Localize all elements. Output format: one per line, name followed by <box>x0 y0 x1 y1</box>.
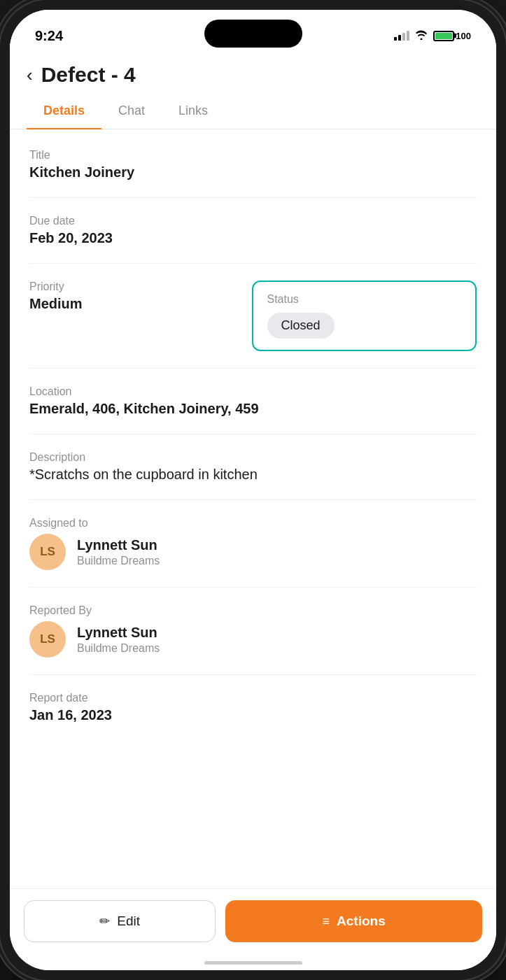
edit-label: Edit <box>117 914 140 929</box>
actions-icon: ≡ <box>323 914 330 929</box>
due-date-label: Due date <box>29 215 477 227</box>
title-label: Title <box>29 149 477 162</box>
description-value: *Scratchs on the cupboard in kitchen <box>29 467 477 483</box>
assigned-person-info: Lynnett Sun Buildme Dreams <box>77 537 160 567</box>
divider-4 <box>29 434 477 434</box>
priority-status-row: Priority Medium Status Closed <box>29 280 477 351</box>
reported-by-label: Reported By <box>29 604 477 617</box>
assigned-avatar: LS <box>29 534 66 570</box>
details-panel: Title Kitchen Joinery Due date Feb 20, 2… <box>10 129 496 760</box>
screen: 9:24 100 ‹ De <box>10 10 496 970</box>
title-field: Title Kitchen Joinery <box>29 149 477 180</box>
tab-links[interactable]: Links <box>162 94 225 129</box>
location-label: Location <box>29 385 477 398</box>
status-badge: Closed <box>267 313 335 339</box>
due-date-value: Feb 20, 2023 <box>29 230 477 246</box>
divider-3 <box>29 368 477 369</box>
reported-person-row: LS Lynnett Sun Buildme Dreams <box>29 621 477 658</box>
due-date-field: Due date Feb 20, 2023 <box>29 215 477 246</box>
tab-details[interactable]: Details <box>27 94 101 129</box>
divider-7 <box>29 674 477 675</box>
reported-by-field: Reported By LS Lynnett Sun Buildme Dream… <box>29 604 477 658</box>
priority-value: Medium <box>29 296 224 312</box>
signal-icon <box>394 31 409 41</box>
header: ‹ Defect - 4 <box>10 49 496 94</box>
location-field: Location Emerald, 406, Kitchen Joinery, … <box>29 385 477 417</box>
home-indicator <box>204 961 302 965</box>
reported-person-company: Buildme Dreams <box>77 642 160 655</box>
assigned-person-row: LS Lynnett Sun Buildme Dreams <box>29 534 477 570</box>
status-label: Status <box>267 293 462 306</box>
back-button[interactable]: ‹ <box>27 64 33 86</box>
bottom-bar: ✏ Edit ≡ Actions <box>10 888 496 970</box>
actions-label: Actions <box>337 914 386 929</box>
battery-icon: 100 <box>433 31 471 41</box>
divider-5 <box>29 499 477 500</box>
assigned-person-name: Lynnett Sun <box>77 537 160 553</box>
phone-frame: 9:24 100 ‹ De <box>0 0 506 980</box>
title-value: Kitchen Joinery <box>29 164 477 180</box>
reported-person-info: Lynnett Sun Buildme Dreams <box>77 625 160 655</box>
report-date-value: Jan 16, 2023 <box>29 707 477 723</box>
status-icons: 100 <box>394 30 471 42</box>
wifi-icon <box>415 30 428 42</box>
description-field: Description *Scratchs on the cupboard in… <box>29 451 477 483</box>
edit-icon: ✏ <box>99 914 110 929</box>
divider-1 <box>29 197 477 198</box>
tabs: Details Chat Links <box>10 94 496 129</box>
description-label: Description <box>29 451 477 464</box>
divider-6 <box>29 587 477 588</box>
reported-person-name: Lynnett Sun <box>77 625 160 641</box>
divider-2 <box>29 263 477 264</box>
reported-avatar: LS <box>29 621 66 658</box>
status-field: Status Closed <box>252 280 477 351</box>
edit-button[interactable]: ✏ Edit <box>24 900 216 942</box>
page-title: Defect - 4 <box>41 63 136 87</box>
priority-label: Priority <box>29 280 224 293</box>
priority-field: Priority Medium <box>29 280 224 312</box>
report-date-label: Report date <box>29 692 477 704</box>
dynamic-island <box>204 20 302 48</box>
report-date-field: Report date Jan 16, 2023 <box>29 692 477 723</box>
assigned-person-company: Buildme Dreams <box>77 555 160 567</box>
assigned-to-label: Assigned to <box>29 517 477 530</box>
assigned-to-field: Assigned to LS Lynnett Sun Buildme Dream… <box>29 517 477 570</box>
location-value: Emerald, 406, Kitchen Joinery, 459 <box>29 401 477 417</box>
tab-chat[interactable]: Chat <box>101 94 162 129</box>
content-area: Title Kitchen Joinery Due date Feb 20, 2… <box>10 129 496 888</box>
status-time: 9:24 <box>35 28 63 44</box>
actions-button[interactable]: ≡ Actions <box>225 900 482 942</box>
